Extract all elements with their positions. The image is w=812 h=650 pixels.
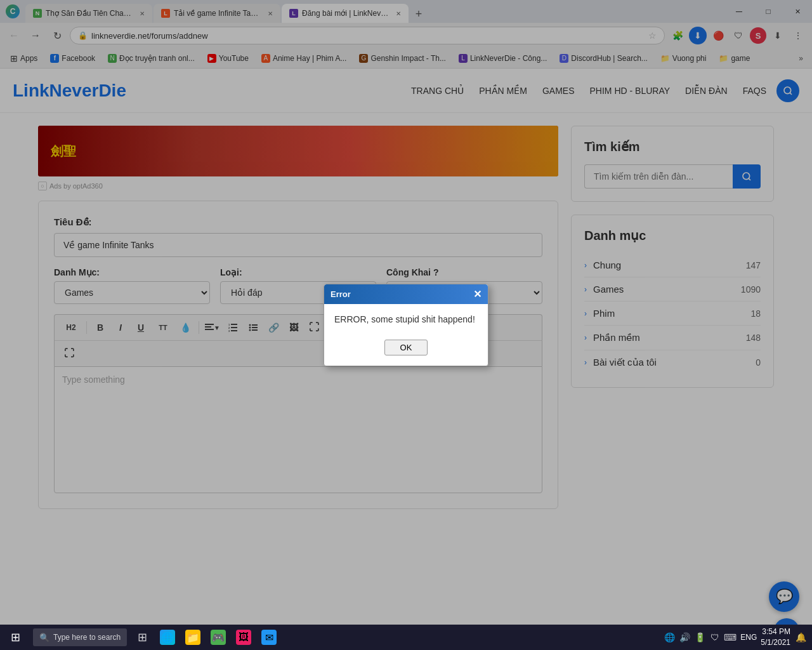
game-icon: 🎮 — [211, 630, 226, 645]
dialog-title-bar: Error ✕ — [324, 284, 488, 304]
dialog-body: ERROR, some stupid shit happend! — [324, 304, 488, 335]
dialog-close-button[interactable]: ✕ — [473, 288, 481, 300]
dialog-ok-button[interactable]: OK — [384, 340, 428, 355]
taskbar: ⊞ 🔍 Type here to search ⊞ 🌐 📁 🎮 🖼 ✉ 🌐 🔊 … — [0, 625, 812, 650]
taskbar-search-icon: 🔍 — [39, 633, 49, 642]
dialog-footer: OK — [324, 335, 488, 366]
taskbar-app-store[interactable]: 🌐 — [155, 625, 180, 650]
battery-icon[interactable]: 🔋 — [693, 631, 706, 644]
taskbar-clock: 3:54 PM 5/1/2021 — [761, 627, 790, 648]
explorer-icon: 📁 — [185, 630, 200, 645]
taskbar-app-email[interactable]: ✉ — [256, 625, 282, 650]
error-dialog-overlay: Error ✕ ERROR, some stupid shit happend!… — [0, 0, 812, 650]
email-icon: ✉ — [261, 630, 277, 645]
volume-icon[interactable]: 🔊 — [678, 631, 691, 644]
taskbar-app-game[interactable]: 🎮 — [206, 625, 231, 650]
taskbar-date-value: 5/1/2021 — [761, 637, 790, 648]
taskbar-app-explorer[interactable]: 📁 — [180, 625, 206, 650]
start-button[interactable]: ⊞ — [0, 625, 30, 650]
dialog-title: Error — [331, 289, 351, 299]
notification-icon[interactable]: 🔔 — [794, 631, 807, 644]
keyboard-icon[interactable]: ⌨ — [724, 631, 737, 644]
taskbar-language: ENG — [740, 633, 757, 642]
network-icon[interactable]: 🌐 — [663, 631, 676, 644]
dialog-message: ERROR, some stupid shit happend! — [334, 314, 475, 324]
taskbar-search[interactable]: 🔍 Type here to search — [33, 628, 127, 646]
taskbar-time-value: 3:54 PM — [761, 627, 790, 637]
task-view-button[interactable]: ⊞ — [129, 625, 155, 650]
task-view-icon: ⊞ — [138, 630, 147, 644]
taskbar-search-text: Type here to search — [53, 633, 121, 642]
taskbar-right: 🌐 🔊 🔋 🛡 ⌨ ENG 3:54 PM 5/1/2021 🔔 — [663, 627, 812, 648]
photos-icon: 🖼 — [236, 630, 251, 645]
error-dialog: Error ✕ ERROR, some stupid shit happend!… — [324, 284, 488, 366]
shield-system-icon[interactable]: 🛡 — [709, 631, 721, 644]
taskbar-app-photos[interactable]: 🖼 — [231, 625, 256, 650]
taskbar-system-icons: 🌐 🔊 🔋 🛡 ⌨ — [663, 631, 737, 644]
store-icon: 🌐 — [160, 630, 175, 645]
